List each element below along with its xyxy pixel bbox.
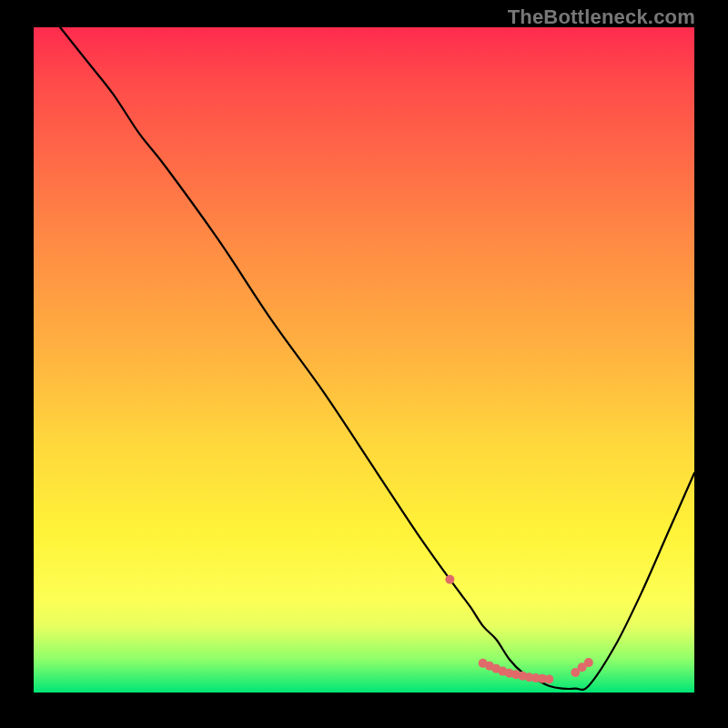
highlight-dot bbox=[584, 658, 593, 667]
highlight-dots bbox=[445, 575, 592, 684]
highlight-dot bbox=[544, 674, 553, 683]
plot-area bbox=[34, 27, 694, 693]
bottleneck-curve bbox=[60, 27, 694, 690]
chart-stage: TheBottleneck.com bbox=[0, 0, 728, 728]
watermark-text: TheBottleneck.com bbox=[508, 5, 695, 29]
highlight-dot bbox=[445, 575, 454, 584]
curve-layer bbox=[34, 27, 694, 693]
